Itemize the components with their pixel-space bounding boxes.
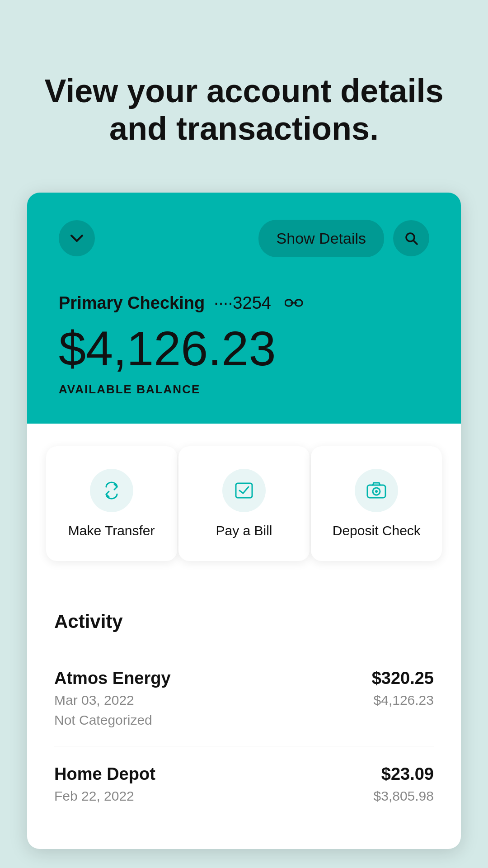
transaction-date: Feb 22, 2022 [54, 788, 155, 804]
camera-icon [365, 479, 388, 502]
transfer-icon-circle [90, 469, 133, 512]
account-card: Show Details Primary Checking ····3254 [27, 193, 461, 849]
transaction-balance: $3,805.98 [374, 788, 434, 804]
transaction-category: Not Categorized [54, 712, 171, 728]
svg-point-8 [375, 490, 378, 493]
activity-section: Activity Atmos Energy Mar 03, 2022 Not C… [27, 588, 461, 849]
make-transfer-label: Make Transfer [68, 523, 155, 538]
transaction-balance: $4,126.23 [374, 693, 434, 708]
transaction-item[interactable]: Atmos Energy Mar 03, 2022 Not Categorize… [54, 651, 434, 746]
bill-icon [232, 479, 256, 502]
activity-title: Activity [54, 611, 434, 632]
chevron-down-button[interactable] [59, 220, 95, 256]
search-button[interactable] [393, 220, 429, 256]
pay-bill-button[interactable]: Pay a Bill [178, 446, 310, 561]
page-header: View your account details and transactio… [0, 0, 488, 193]
balance-label: AVAILABLE BALANCE [59, 382, 429, 396]
search-icon [403, 230, 419, 246]
transaction-right: $320.25 $4,126.23 [372, 669, 434, 708]
transaction-left: Atmos Energy Mar 03, 2022 Not Categorize… [54, 669, 171, 728]
deposit-check-icon-circle [355, 469, 398, 512]
transaction-left: Home Depot Feb 22, 2022 [54, 764, 155, 804]
account-name: Primary Checking [59, 293, 205, 313]
svg-rect-5 [236, 483, 252, 498]
page-title: View your account details and transactio… [36, 72, 452, 147]
transfer-icon [100, 479, 123, 502]
account-number: ····3254 [214, 293, 271, 313]
card-actions: Make Transfer Pay a Bill Deposit Che [27, 424, 461, 588]
transaction-amount: $320.25 [372, 669, 434, 688]
transaction-right: $23.09 $3,805.98 [374, 764, 434, 804]
top-right-controls: Show Details [258, 220, 429, 257]
transaction-amount: $23.09 [381, 764, 434, 784]
svg-line-1 [413, 241, 417, 244]
deposit-check-button[interactable]: Deposit Check [311, 446, 442, 561]
make-transfer-button[interactable]: Make Transfer [46, 446, 177, 561]
show-details-button[interactable]: Show Details [258, 220, 384, 257]
pay-bill-icon-circle [222, 469, 266, 512]
pay-bill-label: Pay a Bill [216, 523, 272, 538]
transaction-name: Atmos Energy [54, 669, 171, 688]
transaction-date: Mar 03, 2022 [54, 693, 171, 708]
transaction-name: Home Depot [54, 764, 155, 784]
chevron-down-icon [69, 230, 85, 246]
account-name-row: Primary Checking ····3254 [59, 293, 429, 313]
balance-amount: $4,126.23 [59, 322, 429, 376]
transaction-item[interactable]: Home Depot Feb 22, 2022 $23.09 $3,805.98 [54, 746, 434, 822]
deposit-check-label: Deposit Check [333, 523, 421, 538]
link-icon [285, 297, 303, 309]
card-top-row: Show Details [59, 220, 429, 257]
